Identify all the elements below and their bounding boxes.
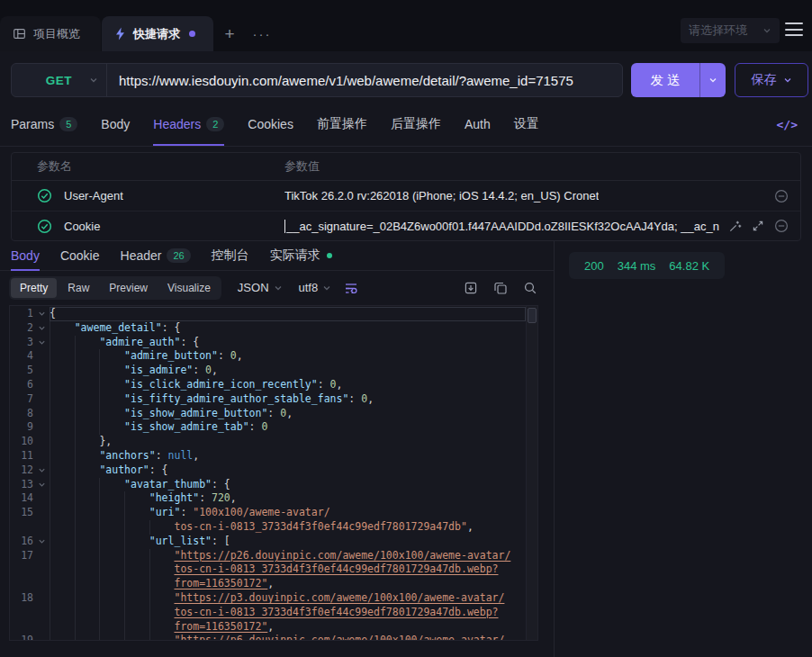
request-tab-auth[interactable]: Auth xyxy=(465,102,491,146)
code-line-wrap: tos-cn-i-0813_3733d4f3f0ef44c99edf780172… xyxy=(10,606,526,620)
response-toolbar: PrettyRawPreviewVisualize JSON utf8 xyxy=(0,271,554,304)
fold-chevron-icon[interactable] xyxy=(33,307,50,321)
code-line-19: 19"https://p6.douyinpic.com/aweme/100x10… xyxy=(10,634,526,640)
editor-scrollbar[interactable] xyxy=(526,306,537,640)
request-tab-后置操作[interactable]: 后置操作 xyxy=(391,102,441,146)
send-label[interactable]: 发 送 xyxy=(631,63,699,97)
json-link[interactable]: "https://p6.douyinpic.com/aweme/100x100/… xyxy=(174,634,504,640)
line-number xyxy=(10,520,33,535)
response-tab-实际请求[interactable]: 实际请求 xyxy=(270,241,332,271)
request-tab-cookies[interactable]: Cookies xyxy=(248,102,293,146)
response-tab-控制台[interactable]: 控制台 xyxy=(212,241,249,271)
fold-chevron-icon[interactable] xyxy=(33,336,50,350)
param-value-cell[interactable]: __ac_signature=_02B4Z6wo00f01.f447AAAIDD… xyxy=(275,219,800,233)
column-value-header: 参数值 xyxy=(275,158,800,175)
check-icon[interactable] xyxy=(37,219,52,234)
indent-guide xyxy=(75,591,76,606)
send-button[interactable]: 发 送 xyxy=(631,63,726,97)
indent-guide xyxy=(99,407,100,421)
param-name-cell[interactable]: User-Agent xyxy=(12,188,275,203)
expand-icon[interactable] xyxy=(752,220,764,232)
main-menu-button[interactable] xyxy=(785,22,803,36)
json-link[interactable]: tos-cn-i-0813_3733d4f3f0ef44c99edf780172… xyxy=(174,606,498,618)
fold-chevron-icon[interactable] xyxy=(33,321,50,336)
json-link[interactable]: "https://p3.douyinpic.com/aweme/100x100/… xyxy=(174,591,504,604)
fold-gutter xyxy=(33,520,50,535)
indent-guide xyxy=(124,535,125,549)
json-token: , xyxy=(367,392,374,405)
request-tab-body[interactable]: Body xyxy=(101,102,130,146)
format-select[interactable]: JSON xyxy=(238,281,283,294)
fold-chevron-icon[interactable] xyxy=(33,478,50,492)
response-tab-body[interactable]: Body xyxy=(11,241,40,271)
download-icon[interactable] xyxy=(464,281,478,295)
line-number: 17 xyxy=(10,549,33,563)
save-button[interactable]: 保存 xyxy=(735,63,808,97)
indent-guide xyxy=(50,336,50,350)
json-token: : xyxy=(318,378,330,391)
response-tab-header[interactable]: Header26 xyxy=(121,241,191,271)
json-link[interactable]: "https://p26.douyinpic.com/aweme/100x100… xyxy=(174,549,510,562)
top-tab-bar: 项目概览 快捷请求 + ··· 请选择环境 xyxy=(0,0,812,51)
view-raw-button[interactable]: Raw xyxy=(59,278,98,298)
json-token: : [ xyxy=(212,535,230,547)
new-tab-button[interactable]: + xyxy=(216,16,243,51)
indent-guide xyxy=(99,491,100,506)
indent-guide xyxy=(50,535,50,549)
code-view-icon[interactable]: </> xyxy=(777,102,798,147)
tab-quick-request[interactable]: 快捷请求 xyxy=(102,16,213,51)
indent-guide xyxy=(75,407,76,421)
indent-guide xyxy=(75,349,76,364)
tab-label: 设置 xyxy=(514,116,539,132)
encoding-select[interactable]: utf8 xyxy=(299,281,332,294)
indent-guide xyxy=(50,449,50,464)
view-preview-button[interactable]: Preview xyxy=(100,278,157,298)
tab-more-button[interactable]: ··· xyxy=(248,16,275,51)
json-token: : xyxy=(249,420,262,433)
check-icon[interactable] xyxy=(37,188,52,203)
tab-label: Cookies xyxy=(248,117,293,131)
copy-icon[interactable] xyxy=(493,281,508,295)
line-number: 14 xyxy=(10,491,33,506)
response-tab-cookie[interactable]: Cookie xyxy=(60,241,100,271)
code-line-4: 4"admire_button": 0, xyxy=(10,349,526,364)
request-tab-设置[interactable]: 设置 xyxy=(514,102,539,146)
indent-guide xyxy=(149,634,150,640)
param-value-cell[interactable]: TikTok 26.2.0 rv:262018 (iPhone; iOS 14.… xyxy=(275,189,800,203)
param-name-cell[interactable]: Cookie xyxy=(12,219,275,234)
view-pretty-button[interactable]: Pretty xyxy=(11,278,57,298)
word-wrap-icon[interactable] xyxy=(344,281,358,295)
search-icon[interactable] xyxy=(523,281,537,295)
request-tab-headers[interactable]: Headers2 xyxy=(153,102,224,146)
tab-project-overview[interactable]: 项目概览 xyxy=(0,16,101,51)
line-number: 13 xyxy=(10,478,33,492)
json-token: : { xyxy=(212,478,230,490)
indent-guide xyxy=(124,562,125,577)
code-line-15: 15"uri": "100x100/aweme-avatar/ xyxy=(10,506,526,520)
fold-chevron-icon[interactable] xyxy=(33,464,50,478)
fold-chevron-icon[interactable] xyxy=(33,535,50,549)
send-options-button[interactable] xyxy=(700,63,726,97)
indent-guide xyxy=(124,634,125,640)
indent-guide xyxy=(50,392,50,407)
json-link[interactable]: from=116350172" xyxy=(174,577,267,590)
indent-guide xyxy=(124,577,125,591)
json-link[interactable]: tos-cn-i-0813_3733d4f3f0ef44c99edf780172… xyxy=(174,562,498,575)
view-visualize-button[interactable]: Visualize xyxy=(158,278,220,298)
remove-icon[interactable] xyxy=(774,219,789,233)
json-token: : xyxy=(267,407,280,419)
json-link[interactable]: from=116350172" xyxy=(174,620,267,633)
json-token: : { xyxy=(162,321,181,334)
remove-icon[interactable] xyxy=(774,189,789,203)
scrollbar-thumb[interactable] xyxy=(528,308,537,323)
json-token: "100x100/aweme-avatar/ xyxy=(193,506,329,518)
method-select[interactable]: GET xyxy=(12,64,107,96)
header-row-user-agent: User-AgentTikTok 26.2.0 rv:262018 (iPhon… xyxy=(12,181,800,211)
environment-select[interactable]: 请选择环境 xyxy=(681,18,780,43)
request-tab-前置操作[interactable]: 前置操作 xyxy=(317,102,367,146)
request-tab-params[interactable]: Params5 xyxy=(11,102,77,146)
indent-guide xyxy=(75,520,76,535)
json-response-editor[interactable]: 1{2"aweme_detail": {3"admire_auth": {4"a… xyxy=(9,305,538,641)
url-input[interactable]: https://www.iesdouyin.com/aweme/v1/web/a… xyxy=(107,64,622,96)
magic-wand-icon[interactable] xyxy=(728,220,742,233)
